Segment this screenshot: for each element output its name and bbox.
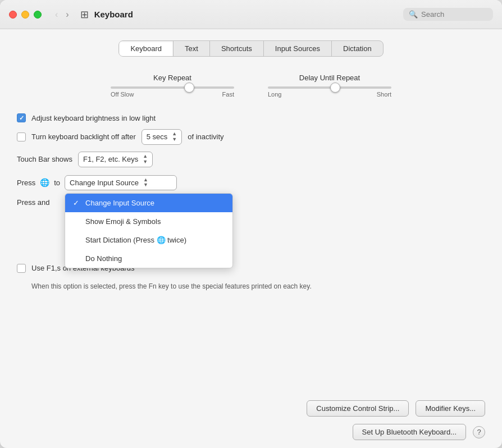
touchbar-row: Touch Bar shows F1, F2, etc. Keys ▲ ▼ <box>17 152 485 167</box>
tab-text[interactable]: Text <box>174 41 210 56</box>
search-box: 🔍 <box>403 8 493 21</box>
delay-repeat-label: Delay Until Repeat <box>299 74 360 82</box>
check-mark-icon: ✓ <box>73 199 79 207</box>
delay-repeat-slider-container: Long Short <box>268 86 391 98</box>
key-repeat-tick-right: Fast <box>222 91 234 98</box>
press-globe-select[interactable]: Change Input Source ▲ ▼ <box>65 175 177 191</box>
touchbar-value: F1, F2, etc. Keys <box>83 155 138 163</box>
backlight-row: Turn keyboard backlight off after 5 secs… <box>17 129 485 145</box>
backlight-label: Turn keyboard backlight off after <box>31 132 136 141</box>
globe-icon: 🌐 <box>40 178 49 187</box>
backlight-arrows: ▲ ▼ <box>172 131 177 143</box>
key-repeat-section: Key Repeat Off Slow Fast <box>111 74 234 98</box>
fn-checkbox[interactable] <box>17 264 26 273</box>
sliders-section: Key Repeat Off Slow Fast Delay Until Rep… <box>17 74 485 98</box>
dropdown-item-show-emoji[interactable]: Show Emoji & Symbols <box>65 212 232 231</box>
bluetooth-button[interactable]: Set Up Bluetooth Keyboard... <box>353 424 466 440</box>
close-button[interactable] <box>9 11 17 19</box>
press-globe-prefix: Press <box>17 179 35 187</box>
brightness-checkbox[interactable] <box>17 113 26 122</box>
tab-group: Keyboard Text Shortcuts Input Sources Di… <box>118 40 383 57</box>
minimize-button[interactable] <box>21 11 29 19</box>
press-globe-suffix: to <box>54 179 60 187</box>
delay-repeat-section: Delay Until Repeat Long Short <box>268 74 391 98</box>
press-globe-dropdown-wrapper: Change Input Source ▲ ▼ ✓ Change Input S… <box>65 175 177 191</box>
key-repeat-label: Key Repeat <box>153 74 191 82</box>
tab-dictation[interactable]: Dictation <box>332 41 383 56</box>
dropdown-item-do-nothing[interactable]: Do Nothing <box>65 249 232 268</box>
bottom-row: Set Up Bluetooth Keyboard... ? <box>353 424 485 440</box>
dropdown-item-start-dictation[interactable]: Start Dictation (Press 🌐 twice) <box>65 231 232 249</box>
traffic-lights <box>9 11 42 19</box>
bottom-buttons: Customize Control Strip... Modifier Keys… <box>307 400 485 417</box>
press-globe-arrows: ▲ ▼ <box>143 177 148 189</box>
backlight-checkbox[interactable] <box>17 132 26 141</box>
press-and-label: Press and <box>17 198 50 207</box>
keyboard-window: ‹ › ⊞ Keyboard 🔍 Keyboard Text Shortcuts… <box>0 0 502 448</box>
search-icon: 🔍 <box>409 10 418 19</box>
tab-keyboard[interactable]: Keyboard <box>119 41 174 56</box>
back-button[interactable]: ‹ <box>53 8 60 21</box>
fullscreen-button[interactable] <box>34 11 42 19</box>
tab-bar: Keyboard Text Shortcuts Input Sources Di… <box>17 40 485 57</box>
key-repeat-slider[interactable] <box>111 86 234 89</box>
key-repeat-slider-container: Off Slow Fast <box>111 86 234 98</box>
delay-repeat-tick-right: Short <box>377 91 391 98</box>
delay-repeat-ticks: Long Short <box>268 91 391 98</box>
content-area: Keyboard Text Shortcuts Input Sources Di… <box>0 29 502 448</box>
help-button[interactable]: ? <box>473 426 485 438</box>
touchbar-label: Touch Bar shows <box>17 155 72 163</box>
key-repeat-ticks: Off Slow Fast <box>111 91 234 98</box>
customize-button[interactable]: Customize Control Strip... <box>307 400 409 417</box>
modifier-button[interactable]: Modifier Keys... <box>416 400 485 417</box>
press-globe-row: Press 🌐 to Change Input Source ▲ ▼ <box>17 175 485 191</box>
dropdown-item-change-input[interactable]: ✓ Change Input Source <box>65 194 232 212</box>
nav-arrows: ‹ › <box>53 8 71 21</box>
tab-input-sources[interactable]: Input Sources <box>264 41 332 56</box>
backlight-select[interactable]: 5 secs ▲ ▼ <box>142 129 182 145</box>
delay-repeat-tick-left: Long <box>268 91 281 98</box>
fn-sublabel: When this option is selected, press the … <box>31 282 312 290</box>
touchbar-arrows: ▲ ▼ <box>143 154 148 165</box>
brightness-row: Adjust keyboard brightness in low light <box>17 113 485 122</box>
brightness-label: Adjust keyboard brightness in low light <box>31 114 156 122</box>
window-title: Keyboard <box>94 10 403 19</box>
press-globe-value: Change Input Source <box>70 179 139 187</box>
grid-icon[interactable]: ⊞ <box>80 8 89 21</box>
inactivity-label: of inactivity <box>188 132 223 141</box>
touchbar-select[interactable]: F1, F2, etc. Keys ▲ ▼ <box>78 152 153 167</box>
key-repeat-tick-left: Off Slow <box>111 91 134 98</box>
titlebar: ‹ › ⊞ Keyboard 🔍 <box>0 0 502 29</box>
delay-repeat-slider[interactable] <box>268 86 391 89</box>
backlight-value: 5 secs <box>147 132 168 141</box>
search-input[interactable] <box>421 10 487 19</box>
forward-button[interactable]: › <box>63 8 71 21</box>
press-globe-dropdown-menu: ✓ Change Input Source Show Emoji & Symbo… <box>65 193 233 268</box>
tab-shortcuts[interactable]: Shortcuts <box>210 41 264 56</box>
